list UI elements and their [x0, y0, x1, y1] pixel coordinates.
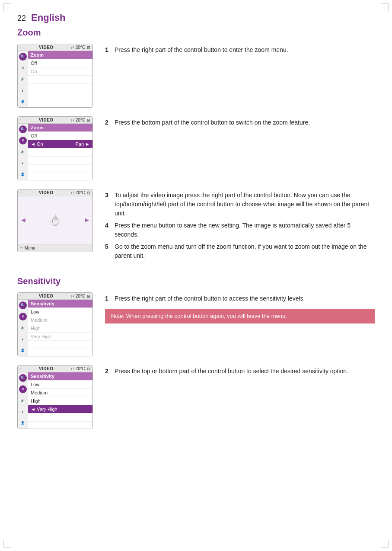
- settings-icon2: ⚙: [19, 137, 27, 144]
- signal-icon4: ↑: [20, 294, 22, 298]
- sensitivity-veryhigh1: Very High: [28, 333, 92, 341]
- sensitivity-device1-frame: ↑ VIDEO ♪¹ 20°C ⊟ 🔍 ⚙ 🔊 🌡 👤: [17, 292, 93, 356]
- sensitivity-section: Sensitivity ↑ VIDEO ♪¹ 20°C ⊟ 🔍: [17, 276, 375, 429]
- sensitivity-low2: Low: [28, 381, 92, 389]
- search-icon: 🔍: [19, 53, 27, 61]
- search-icon5: 🔍: [19, 374, 27, 382]
- thermo-icon5: 🌡: [19, 408, 27, 416]
- zoom-device2-topbar: ↑ VIDEO ♪¹ 20°C ⊟: [18, 117, 92, 124]
- baby-monitor-icon: [49, 212, 62, 228]
- sensitivity-veryhigh2: ◄ Very High: [28, 405, 92, 413]
- arrow-left-icon: ◄: [20, 216, 27, 224]
- svg-point-2: [54, 218, 56, 220]
- zoom-device2-frame: ↑ VIDEO ♪¹ 20°C ⊟ 🔍 ⚙ 🔊 🌡 👤: [17, 116, 93, 180]
- sensitivity-device2-frame: ↑ VIDEO ♪¹ 20°C ⊟ 🔍 ⚙ 🔊 🌡 👤: [17, 365, 93, 429]
- music-icon2: ♪¹: [70, 118, 74, 122]
- sensitivity-device1-topbar: ↑ VIDEO ♪¹ 20°C ⊟: [18, 293, 92, 300]
- zoom-device2-sidebar: 🔍 ⚙ 🔊 🌡 👤: [18, 124, 28, 180]
- sensitivity-step2-text: 2 Press the top or bottom part of the co…: [105, 365, 375, 379]
- empty6: [28, 165, 92, 173]
- sensitivity-step1-row: ↑ VIDEO ♪¹ 20°C ⊟ 🔍 ⚙ 🔊 🌡 👤: [17, 292, 375, 356]
- zoom-step1-item: 1 Press the right part of the control bu…: [105, 45, 375, 54]
- zoom-off-item: Off: [28, 59, 92, 67]
- corner-mark-bl: [3, 540, 11, 548]
- step-desc-1: Press the right part of the control butt…: [115, 45, 288, 54]
- step-desc-s2: Press the top or bottom part of the cont…: [115, 367, 348, 376]
- empty3: [28, 92, 92, 100]
- signal-icon3: ↑: [20, 191, 22, 195]
- topbar-label: VIDEO: [24, 45, 69, 50]
- sensitivity-device2-menu: Sensitivity Low Medium High ◄ Very High: [28, 372, 92, 429]
- zoom-step345-text: 3 To adjust the video image press the ri…: [105, 189, 375, 263]
- sound-icon: 🔊: [19, 75, 27, 83]
- step-num-3: 3: [105, 191, 111, 218]
- page-content: Zoom ↑ VIDEO ♪¹ 20°C ⊟ 🔍 ⚙: [0, 28, 392, 459]
- zoom-camera-view: ◄ ►: [18, 196, 92, 244]
- sensitivity-menu-header: Sensitivity: [28, 300, 92, 308]
- zoom-device3: ↑ VIDEO ♪¹ 20°C ⊟ ◄ ►: [17, 189, 93, 252]
- thermo-icon4: 🌡: [19, 335, 27, 343]
- topbar-temp: 20°C: [76, 45, 85, 50]
- sensitivity-device2-topbar: ↑ VIDEO ♪¹ 20°C ⊟: [18, 365, 92, 372]
- zoom-device1-body: 🔍 ⚙ 🔊 🌡 👤 Zoom Off On: [18, 51, 92, 107]
- topbar-battery4: ⊟: [87, 294, 90, 298]
- topbar-label2: VIDEO: [24, 118, 69, 122]
- zoom-menu-header: Zoom: [28, 51, 92, 59]
- zoom-on-item: On: [28, 67, 92, 76]
- step-desc-2: Press the bottom part of the control but…: [115, 118, 310, 127]
- zoom-step345-row: ↑ VIDEO ♪¹ 20°C ⊟ ◄ ►: [17, 189, 375, 263]
- sensitivity-device2-body: 🔍 ⚙ 🔊 🌡 👤 Sensitivity Low Medium High ◄ …: [18, 372, 92, 429]
- zoom-on-item2: ◄ On Pan ►: [28, 140, 92, 148]
- zoom-device1-sidebar: 🔍 ⚙ 🔊 🌡 👤: [18, 51, 28, 107]
- zoom-step3-item: 3 To adjust the video image press the ri…: [105, 191, 375, 218]
- zoom-off-item2: Off: [28, 132, 92, 140]
- sound-icon5: 🔊: [19, 397, 27, 404]
- zoom-step1-row: ↑ VIDEO ♪¹ 20°C ⊟ 🔍 ⚙ 🔊 🌡 👤: [17, 44, 375, 108]
- sensitivity-medium2: Medium: [28, 389, 92, 397]
- zoom-device2-body: 🔍 ⚙ 🔊 🌡 👤 Zoom Off ◄ On Pan ►: [18, 124, 92, 180]
- empty7: [28, 341, 92, 349]
- sensitivity-device2-sidebar: 🔍 ⚙ 🔊 🌡 👤: [18, 372, 28, 429]
- thermo-icon: 🌡: [19, 86, 27, 94]
- step-desc-5: Go to the zoom menu and turn off the zoo…: [115, 242, 375, 260]
- sensitivity-device1-body: 🔍 ⚙ 🔊 🌡 👤 Sensitivity Low Medium High Ve…: [18, 300, 92, 356]
- sensitivity-section-title: Sensitivity: [17, 276, 375, 286]
- sensitivity-step2-item: 2 Press the top or bottom part of the co…: [105, 367, 375, 376]
- person-icon2: 👤: [19, 170, 27, 178]
- zoom-step2-item: 2 Press the bottom part of the control b…: [105, 118, 375, 127]
- topbar-temp5: 20°C: [76, 366, 85, 371]
- zoom-section-title: Zoom: [17, 28, 375, 38]
- person-icon: 👤: [19, 98, 27, 106]
- zoom-device1-frame: ↑ VIDEO ♪¹ 20°C ⊟ 🔍 ⚙ 🔊 🌡 👤: [17, 44, 93, 108]
- sensitivity-step1-text: 1 Press the right part of the control bu…: [105, 292, 375, 324]
- zoom-step2-row: ↑ VIDEO ♪¹ 20°C ⊟ 🔍 ⚙ 🔊 🌡 👤: [17, 116, 375, 180]
- zoom-step1-text: 1 Press the right part of the control bu…: [105, 44, 375, 58]
- signal-icon: ↑: [20, 45, 22, 50]
- pan-label: Pan ►: [75, 141, 90, 147]
- menu-icon: ≡: [20, 246, 23, 250]
- sound-icon4: 🔊: [19, 324, 27, 332]
- svg-rect-3: [53, 225, 57, 226]
- sensitivity-menu-header2: Sensitivity: [28, 372, 92, 381]
- step-desc-s1: Press the right part of the control butt…: [115, 294, 305, 303]
- sensitivity-note: Note: When pressing the control button a…: [105, 309, 375, 324]
- step-num-2: 2: [105, 118, 111, 127]
- sensitivity-high2: High: [28, 397, 92, 405]
- sensitivity-device2: ↑ VIDEO ♪¹ 20°C ⊟ 🔍 ⚙ 🔊 🌡 👤: [17, 365, 93, 429]
- topbar-battery2: ⊟: [87, 118, 90, 122]
- empty4: [28, 148, 92, 157]
- on-label: ◄ On: [31, 141, 43, 147]
- page-number: 22: [17, 14, 26, 23]
- topbar-label4: VIDEO: [24, 294, 69, 298]
- zoom-device1-topbar: ↑ VIDEO ♪¹ 20°C ⊟: [18, 44, 92, 51]
- sound-icon2: 🔊: [19, 148, 27, 156]
- sensitivity-step1-item: 1 Press the right part of the control bu…: [105, 294, 375, 303]
- step-num-4: 4: [105, 221, 111, 239]
- topbar-temp4: 20°C: [76, 294, 85, 298]
- corner-mark-br: [381, 540, 389, 548]
- sensitivity-high1: High: [28, 324, 92, 333]
- sensitivity-device1: ↑ VIDEO ♪¹ 20°C ⊟ 🔍 ⚙ 🔊 🌡 👤: [17, 292, 93, 356]
- page-title: English: [31, 12, 65, 23]
- step-desc-4: Press the menu button to save the new se…: [115, 221, 375, 239]
- topbar-temp2: 20°C: [76, 118, 85, 122]
